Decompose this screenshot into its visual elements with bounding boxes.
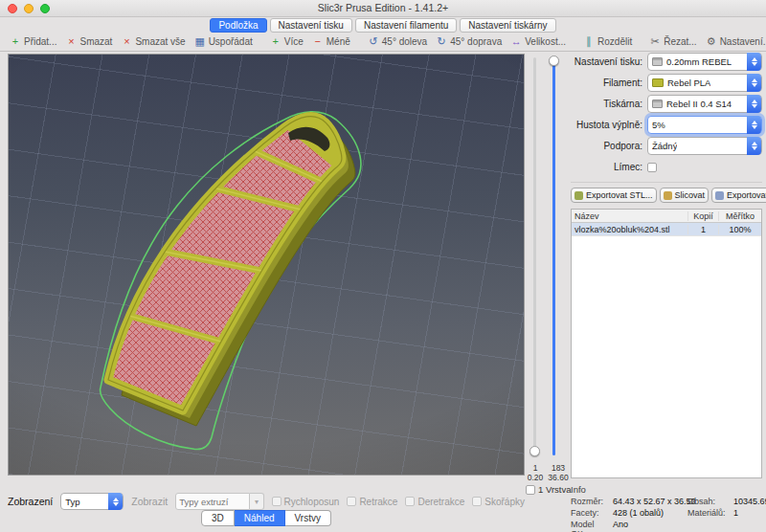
scale-button[interactable]: ↔ Velikost... xyxy=(507,35,570,48)
infill-row: Hustota výplně: 5% xyxy=(571,116,762,134)
chevron-down-icon[interactable]: ▾ xyxy=(250,493,263,510)
delete-all-label: Smazat vše xyxy=(135,36,185,47)
arrange-button[interactable]: ▦ Uspořádat xyxy=(191,35,257,48)
export-stl-button[interactable]: Exportovat STL... xyxy=(571,188,657,203)
split-button[interactable]: ∥ Rozdělit xyxy=(579,35,636,48)
layer-slider-high-knob[interactable] xyxy=(549,55,559,66)
view-mode-select[interactable]: Typ xyxy=(60,493,124,510)
delete-label: Smazat xyxy=(79,36,112,47)
printer-icon xyxy=(652,100,663,108)
chevron-updown-icon xyxy=(747,116,761,134)
split-label: Rozdělit xyxy=(597,36,632,47)
column-header-scale[interactable]: Měřítko xyxy=(719,211,761,221)
retractions-checkbox[interactable] xyxy=(347,497,356,506)
model-preview xyxy=(9,55,526,477)
info-title: Info xyxy=(571,484,762,495)
chevron-updown-icon xyxy=(108,493,123,510)
size-value: 64.43 x 52.67 x 36.50 xyxy=(613,497,686,506)
column-header-copies[interactable]: Kopií xyxy=(688,211,719,221)
layer-high-value: 183 xyxy=(546,463,571,473)
infill-select[interactable]: 5% xyxy=(647,116,762,134)
layer-slider-low-track[interactable] xyxy=(533,57,536,455)
3d-viewport[interactable] xyxy=(8,54,525,476)
model-ok-label: Model OK: xyxy=(571,520,611,532)
rotate-left-label: 45° doleva xyxy=(382,36,427,47)
unretractions-checkbox[interactable] xyxy=(405,497,415,506)
cut-button[interactable]: ✂ Řezat... xyxy=(645,35,700,48)
facets-label: Facety: xyxy=(571,508,611,518)
minimize-window-button[interactable] xyxy=(24,4,34,13)
filament-select[interactable]: Rebel PLA xyxy=(647,74,762,92)
filament-value: Rebel PLA xyxy=(667,78,710,88)
rotate-left-button[interactable]: ↺ 45° doleva xyxy=(364,35,431,48)
unretractions-toggle[interactable]: Deretrakce xyxy=(405,497,464,507)
preset-icon xyxy=(652,57,663,66)
export-gcode-icon xyxy=(715,191,724,200)
settings-panel: Nastavení tisku: 0.20mm REBEL Filament: … xyxy=(571,53,762,478)
rotate-right-button[interactable]: ↻ 45° doprava xyxy=(432,35,506,48)
delete-icon: × xyxy=(65,36,77,47)
one-layer-label: 1 Vrstva xyxy=(538,484,572,495)
view-layers-button[interactable]: Vrstvy xyxy=(285,510,331,526)
tab-nastaveni-filamentu[interactable]: Nastavení filamentu xyxy=(355,18,457,33)
object-scale-cell: 100% xyxy=(719,225,761,234)
print-settings-select[interactable]: 0.20mm REBEL xyxy=(647,53,762,71)
rotate-right-icon: ↻ xyxy=(436,36,447,47)
delete-all-icon: × xyxy=(121,36,132,47)
size-label: Rozměr: xyxy=(571,497,611,506)
print-settings-value: 0.20mm REBEL xyxy=(666,56,732,67)
more-icon: + xyxy=(270,36,282,47)
table-row[interactable]: vlozka%20obluk%204.stl 1 100% xyxy=(572,223,761,236)
export-button-row: Exportovat STL... Slicovat Exportovat G-… xyxy=(571,188,762,203)
toolbar: + Přidat... × Smazat × Smazat vše ▦ Uspo… xyxy=(0,33,766,52)
slider-values: 1 183 0.20 36.60 xyxy=(525,463,571,482)
travel-toggle[interactable]: Rychloposun xyxy=(272,497,340,507)
view-preview-button[interactable]: Náhled xyxy=(235,510,285,526)
delete-all-button[interactable]: × Smazat vše xyxy=(117,35,189,48)
materials-value: 1 xyxy=(733,508,766,518)
object-name-cell: vlozka%20obluk%204.stl xyxy=(572,225,688,234)
support-value: Žádný xyxy=(652,141,677,151)
delete-button[interactable]: × Smazat xyxy=(61,35,116,48)
slice-icon xyxy=(664,191,672,200)
support-select[interactable]: Žádný xyxy=(647,137,762,155)
tab-nastaveni-tisku[interactable]: Nastavení tisku xyxy=(270,18,352,33)
extrusion-type-input[interactable] xyxy=(175,493,250,510)
view-3d-button[interactable]: 3D xyxy=(201,510,235,526)
add-label: Přidat... xyxy=(24,36,56,47)
settings-icon: ⚙ xyxy=(706,36,717,47)
object-settings-button[interactable]: ⚙ Nastavení... xyxy=(702,35,766,48)
chevron-updown-icon xyxy=(747,95,761,113)
travel-label: Rychloposun xyxy=(284,497,340,507)
export-gcode-button[interactable]: Exportovat G-kód... xyxy=(711,188,766,203)
slice-button[interactable]: Slicovat xyxy=(660,188,710,203)
layer-slider-low-knob[interactable] xyxy=(529,446,540,456)
show-label: Zobrazit xyxy=(131,496,168,507)
retractions-label: Retrakce xyxy=(359,497,397,507)
more-button[interactable]: + Více xyxy=(266,35,307,48)
tab-nastaveni-tiskarny[interactable]: Nastavení tiskárny xyxy=(460,18,555,33)
arrange-icon: ▦ xyxy=(194,36,206,47)
printer-value: Rebel II 0.4 S14 xyxy=(666,99,732,109)
chevron-updown-icon xyxy=(747,74,761,92)
chevron-updown-icon xyxy=(747,53,761,71)
column-header-name[interactable]: Název xyxy=(572,211,688,221)
tab-podlozka[interactable]: Podložka xyxy=(210,18,266,33)
object-table-header: Název Kopií Měřítko xyxy=(572,210,761,223)
printer-select[interactable]: Rebel II 0.4 S14 xyxy=(647,95,762,113)
travel-checkbox[interactable] xyxy=(272,497,282,506)
layer-slider-high-track[interactable] xyxy=(552,57,555,455)
add-icon: + xyxy=(10,36,21,47)
add-button[interactable]: + Přidat... xyxy=(6,35,60,48)
zoom-window-button[interactable] xyxy=(40,4,50,13)
brim-checkbox[interactable] xyxy=(647,163,657,172)
one-layer-toggle[interactable]: 1 Vrstva xyxy=(526,484,572,495)
one-layer-checkbox[interactable] xyxy=(526,485,535,495)
retractions-toggle[interactable]: Retrakce xyxy=(347,497,397,507)
close-window-button[interactable] xyxy=(8,4,17,13)
fewer-button[interactable]: − Méně xyxy=(308,35,354,48)
scale-label: Velikost... xyxy=(525,36,566,47)
shells-toggle[interactable]: Skořápky xyxy=(472,497,525,507)
shells-checkbox[interactable] xyxy=(472,497,482,506)
layer-low-value: 1 xyxy=(525,463,546,473)
